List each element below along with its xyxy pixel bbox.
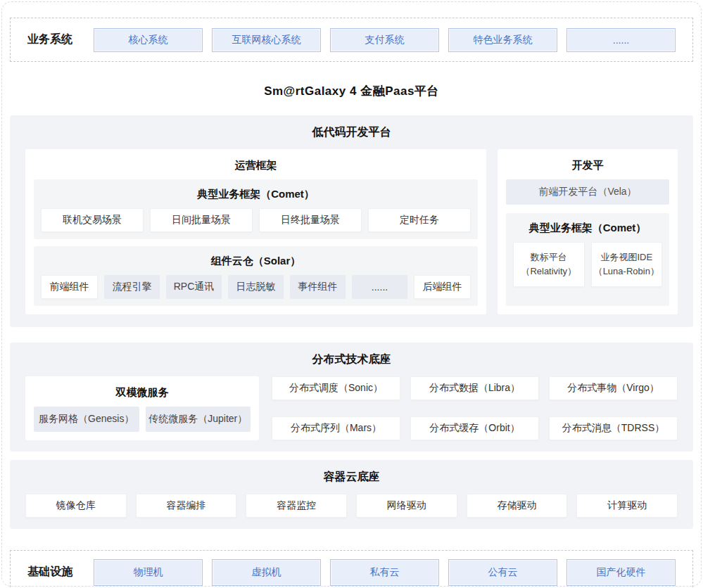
comet-item-online-trading[interactable]: 联机交易场景	[41, 208, 144, 232]
distributed-section-title: 分布式技术底座	[25, 352, 678, 367]
business-systems-label: 业务系统	[27, 32, 72, 47]
solar-item-rpc-comm[interactable]: RPC通讯	[166, 275, 222, 299]
solar-component-title: 组件云仓（Solar）	[41, 252, 471, 275]
lowcode-platform-section: 低代码开发平台 运营框架 典型业务框架（Comet） 联机交易场景 日间批量场景…	[10, 115, 693, 327]
solar-item-process-engine[interactable]: 流程引擎	[104, 275, 160, 299]
dist-item-cache-orbit[interactable]: 分布式缓存（Orbit）	[410, 416, 539, 440]
dual-item-traditional-microservice-jupiter[interactable]: 传统微服务（Jupiter）	[146, 407, 251, 432]
container-section-title: 容器云底座	[25, 470, 678, 485]
infra-button-domestic-hardware[interactable]: 国产化硬件	[566, 559, 676, 586]
infrastructure-bar: 基础设施 物理机 虚拟机 私有云 公有云 国产化硬件	[10, 550, 693, 588]
container-item-network-driver[interactable]: 网络驱动	[356, 494, 457, 518]
solar-item-event-component[interactable]: 事件组件	[290, 275, 346, 299]
dual-mode-microservice-title: 双模微服务	[34, 383, 251, 407]
infra-button-physical-machine[interactable]: 物理机	[94, 559, 203, 586]
business-system-button-more[interactable]: ......	[566, 28, 676, 52]
solar-item-more[interactable]: ......	[352, 275, 407, 299]
business-system-button-internet-core[interactable]: 互联网核心系统	[212, 28, 321, 52]
dist-item-scheduling-sonic[interactable]: 分布式调度（Sonic）	[272, 376, 400, 400]
comet-framework-box: 典型业务框架（Comet） 联机交易场景 日间批量场景 日终批量场景 定时任务	[34, 179, 478, 239]
business-system-button-payment[interactable]: 支付系统	[330, 28, 439, 52]
dev-item-relativity[interactable]: 数标平台 （Relativity）	[513, 242, 585, 287]
infrastructure-label: 基础设施	[27, 565, 72, 580]
container-item-image-registry[interactable]: 镜像仓库	[25, 494, 127, 518]
infra-button-public-cloud[interactable]: 公有云	[448, 559, 557, 586]
business-systems-bar: 业务系统 核心系统 互联网核心系统 支付系统 特色业务系统 ......	[10, 18, 693, 62]
business-system-button-core[interactable]: 核心系统	[94, 28, 203, 52]
solar-item-frontend-component[interactable]: 前端组件	[41, 275, 98, 299]
comet-item-daytime-batch[interactable]: 日间批量场景	[150, 208, 253, 232]
dist-item-transaction-virgo[interactable]: 分布式事物（Virgo）	[549, 376, 678, 400]
dev-comet-framework-title: 典型业务框架（Comet）	[513, 219, 662, 242]
comet-framework-title: 典型业务框架（Comet）	[41, 185, 471, 208]
dev-item-luna-robin[interactable]: 业务视图IDE （Luna-Robin）	[591, 242, 663, 287]
container-item-storage-driver[interactable]: 存储驱动	[467, 494, 568, 518]
architecture-diagram: 业务系统 核心系统 互联网核心系统 支付系统 特色业务系统 ...... Sm@…	[0, 18, 703, 588]
platform-title: Sm@rtGalaxy 4 金融Paas平台	[10, 83, 693, 99]
operation-framework-box: 运营框架 典型业务框架（Comet） 联机交易场景 日间批量场景 日终批量场景 …	[25, 149, 486, 314]
dual-item-service-mesh-genesis[interactable]: 服务网格（Genesis）	[34, 407, 139, 432]
solar-component-box: 组件云仓（Solar） 前端组件 流程引擎 RPC通讯 日志脱敏 事件组件 ..…	[34, 246, 478, 306]
container-item-compute-driver[interactable]: 计算驱动	[576, 494, 678, 518]
dist-item-data-libra[interactable]: 分布式数据（Libra）	[410, 376, 539, 400]
distributed-services-grid: 分布式调度（Sonic） 分布式数据（Libra） 分布式事物（Virgo） 分…	[272, 376, 678, 440]
dev-item-relativity-name: 数标平台	[531, 250, 567, 264]
infrastructure-buttons: 物理机 虚拟机 私有云 公有云 国产化硬件	[94, 559, 676, 586]
infra-button-private-cloud[interactable]: 私有云	[330, 559, 439, 586]
dist-item-message-tdrss[interactable]: 分布式消息（TDRSS）	[549, 416, 678, 440]
dev-comet-framework-box: 典型业务框架（Comet） 数标平台 （Relativity） 业务视图IDE …	[506, 213, 669, 306]
operation-framework-title: 运营框架	[34, 156, 478, 179]
dev-item-luna-robin-code: （Luna-Robin）	[594, 264, 659, 279]
dev-platform-box: 开发平 前端开发平台（Vela） 典型业务框架（Comet） 数标平台 （Rel…	[498, 149, 678, 314]
dev-item-relativity-code: （Relativity）	[521, 264, 576, 279]
dual-mode-microservice-box: 双模微服务 服务网格（Genesis） 传统微服务（Jupiter）	[25, 376, 259, 440]
infra-button-virtual-machine[interactable]: 虚拟机	[212, 559, 321, 586]
solar-item-log-masking[interactable]: 日志脱敏	[228, 275, 284, 299]
comet-item-scheduled-task[interactable]: 定时任务	[368, 208, 471, 232]
solar-item-backend-component[interactable]: 后端组件	[414, 275, 471, 299]
dev-item-luna-robin-name: 业务视图IDE	[600, 250, 652, 264]
comet-item-endofday-batch[interactable]: 日终批量场景	[259, 208, 362, 232]
container-item-monitoring[interactable]: 容器监控	[246, 494, 347, 518]
container-item-orchestration[interactable]: 容器编排	[136, 494, 237, 518]
dev-platform-title: 开发平	[506, 156, 669, 179]
lowcode-section-title: 低代码开发平台	[25, 125, 678, 140]
business-systems-buttons: 核心系统 互联网核心系统 支付系统 特色业务系统 ......	[94, 28, 676, 52]
dist-item-sequence-mars[interactable]: 分布式序列（Mars）	[272, 416, 400, 440]
frontend-dev-platform-vela-button[interactable]: 前端开发平台（Vela）	[506, 179, 669, 205]
business-system-button-special[interactable]: 特色业务系统	[448, 28, 557, 52]
container-cloud-section: 容器云底座 镜像仓库 容器编排 容器监控 网络驱动 存储驱动 计算驱动	[10, 460, 693, 529]
distributed-base-section: 分布式技术底座 双模微服务 服务网格（Genesis） 传统微服务（Jupite…	[10, 343, 693, 452]
